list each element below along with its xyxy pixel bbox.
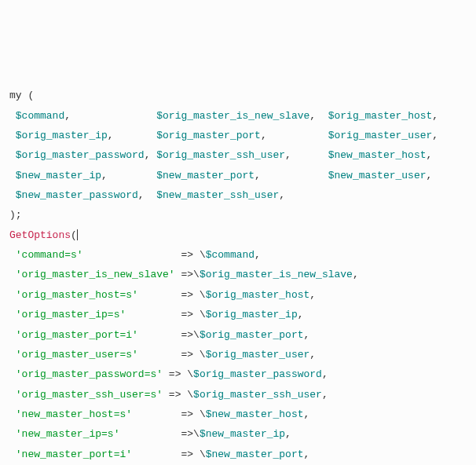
variable: $new_master_host: [328, 149, 427, 161]
fat-arrow: =>: [181, 249, 193, 261]
option-key: 'orig_master_user=s': [16, 349, 138, 361]
fat-arrow: =>: [181, 428, 193, 440]
option-var: $new_master_port: [206, 449, 304, 460]
option-key: 'command=s': [16, 249, 83, 261]
option-var: $command: [206, 249, 254, 261]
option-var: $orig_master_is_new_slave: [200, 269, 353, 280]
option-var: $new_master_host: [206, 408, 304, 420]
option-key: 'new_master_port=i': [16, 449, 132, 460]
variable: $new_master_ip: [16, 170, 101, 181]
variable: $orig_master_user: [328, 130, 433, 141]
fat-arrow: =>: [169, 389, 181, 401]
variable: $orig_master_ip: [16, 130, 108, 141]
variable: $orig_master_host: [328, 110, 433, 122]
fat-arrow: =>: [181, 269, 193, 280]
option-var: $orig_master_user: [206, 349, 310, 361]
fat-arrow: =>: [181, 408, 193, 420]
option-key: 'orig_master_is_new_slave': [16, 269, 175, 280]
keyword-my: my: [9, 90, 22, 101]
option-var: $orig_master_ip: [206, 309, 298, 320]
option-key: 'orig_master_ip=s': [16, 309, 126, 320]
option-var: $new_master_ip: [200, 428, 285, 440]
code-block: my ( $command, $orig_master_is_new_slave…: [9, 86, 467, 465]
text-cursor: [77, 229, 78, 240]
option-var: $orig_master_ssh_user: [193, 389, 322, 401]
variable: $orig_master_password: [16, 149, 145, 161]
variable: $new_master_user: [328, 170, 427, 181]
option-key: 'orig_master_password=s': [16, 368, 163, 380]
option-key: 'orig_master_host=s': [16, 289, 138, 301]
variable: $new_master_ssh_user: [156, 189, 279, 201]
fat-arrow: =>: [169, 368, 181, 380]
fat-arrow: =>: [181, 349, 193, 361]
option-key: 'new_master_ip=s': [16, 428, 120, 440]
variable: $new_master_port: [156, 170, 254, 181]
fat-arrow: =>: [181, 309, 193, 320]
variable: $orig_master_is_new_slave: [156, 110, 309, 122]
option-key: 'new_master_host=s': [16, 408, 132, 420]
option-var: $orig_master_port: [200, 329, 304, 341]
option-key: 'orig_master_port=i': [16, 329, 138, 341]
fat-arrow: =>: [181, 449, 193, 460]
variable: $command: [16, 110, 64, 122]
function-getoptions: GetOptions: [9, 229, 71, 241]
option-var: $orig_master_host: [206, 289, 310, 301]
fat-arrow: =>: [181, 289, 193, 301]
option-key: 'orig_master_ssh_user=s': [16, 389, 163, 401]
variable: $orig_master_port: [156, 130, 261, 141]
variable: $new_master_password: [16, 189, 138, 201]
option-var: $orig_master_password: [193, 368, 322, 380]
fat-arrow: =>: [181, 329, 193, 341]
variable: $orig_master_ssh_user: [156, 149, 285, 161]
